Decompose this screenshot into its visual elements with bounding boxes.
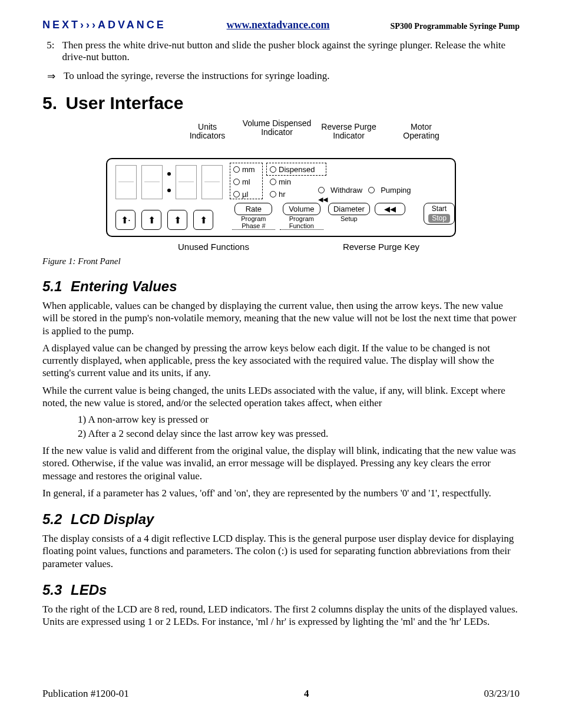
arrow-icon: ⇒ [45, 70, 58, 83]
page-header: NEXT›››ADVANCE www.nextadvance.com SP300… [42, 19, 520, 31]
site-link[interactable]: www.nextadvance.com [227, 19, 330, 31]
lcd-digit [141, 165, 163, 199]
arrow-key-3[interactable]: ⬆ [167, 210, 187, 230]
led-icon [233, 179, 240, 185]
sublabel-setup: Setup [328, 215, 370, 222]
footer-page-number: 4 [304, 688, 309, 700]
heading-number: 5.2 [42, 511, 62, 527]
annot-unused-functions: Unused Functions [178, 242, 249, 252]
led-icon [270, 179, 276, 185]
figure-1: Units Indicators Volume Dispensed Indica… [98, 119, 464, 252]
start-stop-button[interactable]: Start Stop [424, 203, 455, 225]
led-label-ml: ml [242, 177, 250, 186]
heading-text: Entering Values [71, 278, 177, 294]
sublist-item: 1) A non-arrow key is pressed or [78, 414, 520, 426]
led-icon [233, 191, 240, 197]
list-item-5: 5: Then press the white drive-nut button… [42, 39, 520, 63]
led-time-col: Dispensed min hr [270, 165, 315, 199]
button-row: ⬆• ⬆ ⬆ ⬆ [115, 210, 213, 230]
arrow-key-4[interactable]: ⬆ [193, 210, 213, 230]
led-status-row: Withdraw Pumping [318, 186, 411, 195]
heading-5-2: 5.2 LCD Display [42, 511, 520, 528]
footer-date: 03/23/10 [484, 688, 520, 700]
led-units-col: mm ml µl [233, 165, 255, 199]
front-panel-outline: mm ml µl Dispensed min hr Withdraw Pumpi… [106, 158, 456, 237]
led-label-pumping: Pumping [381, 186, 411, 195]
rate-button[interactable]: Rate [234, 203, 272, 215]
figure-annotations-top: Units Indicators Volume Dispensed Indica… [98, 119, 464, 158]
paragraph: In general, if a parameter has 2 values,… [42, 487, 520, 499]
function-button-row: Rate Program Phase # Volume Program Func… [232, 203, 455, 230]
lcd-digit [201, 165, 223, 199]
arrow-key-1[interactable]: ⬆• [115, 210, 135, 230]
sublabel-program-phase: Program Phase # [232, 215, 275, 230]
paragraph: If the new value is valid and different … [42, 444, 520, 482]
led-label-ul: µl [242, 190, 248, 199]
lcd-digit [115, 165, 137, 199]
annot-reverse-purge-key: Reverse Purge Key [343, 242, 419, 252]
paragraph: While the current value is being changed… [42, 384, 520, 410]
annot-volume-dispensed: Volume Dispensed Indicator [239, 119, 315, 137]
lcd-colon [167, 166, 171, 199]
paragraph: The display consists of a 4 digit reflec… [42, 532, 520, 570]
heading-5-3: 5.3 LEDs [42, 582, 520, 598]
led-label-withdraw: Withdraw [330, 186, 362, 195]
led-label-min: min [279, 177, 291, 186]
start-label: Start [424, 205, 454, 213]
led-icon [270, 191, 276, 197]
heading-5-1: 5.1 Entering Values [42, 278, 520, 295]
annot-units-indicators: Units Indicators [181, 123, 234, 141]
led-label-hr: hr [279, 190, 286, 199]
volume-button[interactable]: Volume [283, 203, 320, 215]
list-item-arrow: ⇒ To unload the syringe, reverse the ins… [42, 70, 520, 83]
annot-motor-operating: Motor Operating [398, 123, 445, 141]
paragraph: To the right of the LCD are 8 red, round… [42, 603, 520, 628]
diameter-button[interactable]: Diameter [328, 203, 370, 215]
led-label-dispensed: Dispensed [279, 165, 315, 174]
led-label-mm: mm [242, 165, 255, 174]
page-footer: Publication #1200-01 4 03/23/10 [42, 688, 520, 700]
paragraph: A displayed value can be changed by pres… [42, 342, 520, 380]
heading-text: LCD Display [71, 511, 154, 527]
list-number: 5: [45, 39, 57, 63]
list-text: To unload the syringe, reverse the instr… [64, 70, 330, 83]
arrow-key-2[interactable]: ⬆ [141, 210, 161, 230]
heading-number: 5.3 [42, 582, 62, 598]
heading-number: 5. [42, 93, 57, 113]
lcd-digit [176, 165, 197, 199]
list-text: Then press the white drive-nut button an… [62, 39, 520, 63]
led-icon [368, 187, 375, 193]
led-icon [270, 166, 276, 173]
annot-reverse-purge: Reverse Purge Indicator [316, 123, 381, 141]
heading-text: User Interface [65, 93, 183, 113]
lcd-display [115, 165, 223, 199]
sublabel-program-function: Program Function [280, 215, 323, 230]
led-icon [318, 187, 325, 193]
doc-title: SP300 Programmable Syringe Pump [391, 22, 520, 31]
brand-logo: NEXT›››ADVANCE [42, 19, 166, 31]
stop-label: Stop [428, 214, 450, 222]
figure-annotations-bottom: Unused Functions Reverse Purge Key [107, 242, 455, 252]
heading-text: LEDs [71, 582, 107, 598]
heading-5: 5. User Interface [42, 93, 520, 113]
figure-caption: Figure 1: Front Panel [42, 256, 520, 266]
paragraph: When applicable, values can be changed b… [42, 299, 520, 337]
footer-publication: Publication #1200-01 [42, 688, 129, 700]
heading-number: 5.1 [42, 278, 62, 294]
led-icon [233, 166, 240, 173]
sublist-item: 2) After a 2 second delay since the last… [78, 428, 520, 440]
reverse-purge-button[interactable]: ◀◀ [375, 203, 405, 215]
